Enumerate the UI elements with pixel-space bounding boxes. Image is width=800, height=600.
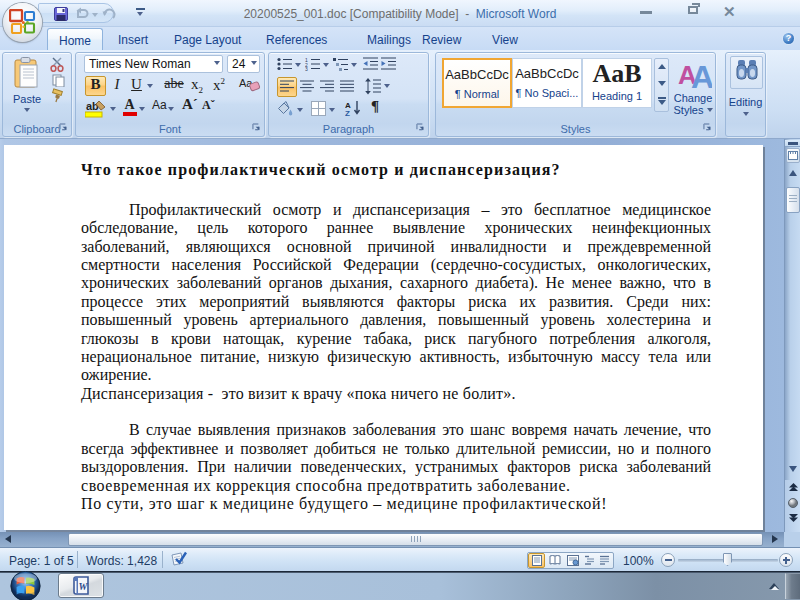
svg-text:W: W [79, 581, 89, 592]
svg-text:Z: Z [345, 109, 350, 117]
svg-text:3: 3 [305, 66, 308, 71]
svg-text:A: A [691, 59, 712, 90]
